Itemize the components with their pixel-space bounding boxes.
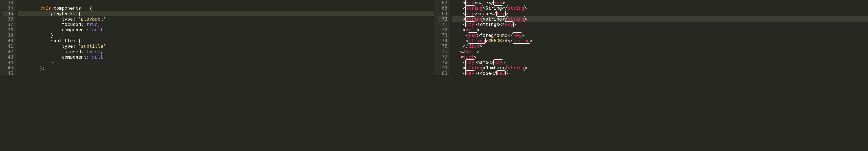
code-line[interactable]: <string>#E6DB74</string> — [452, 38, 868, 43]
line-number[interactable]: 79 — [438, 65, 447, 71]
xml-bracket: > — [477, 33, 480, 38]
code-line[interactable]: <dict> — [452, 54, 868, 60]
token: false — [87, 49, 100, 54]
token: : — [73, 16, 76, 22]
code-line[interactable]: <string>string</string> — [452, 16, 868, 22]
xml-tag: string — [468, 38, 486, 44]
xml-text: scope — [477, 11, 491, 16]
line-number[interactable]: 39 — [3, 33, 13, 38]
xml-text: foreground — [480, 33, 507, 38]
code-line[interactable]: <key>scope</key> — [452, 71, 868, 76]
code-line[interactable]: subtitle: { — [18, 38, 434, 43]
xml-tag: string — [513, 38, 530, 44]
line-number[interactable]: 80 — [438, 71, 447, 76]
code-line[interactable]: this.components = { — [18, 5, 434, 11]
line-number[interactable]: 70 — [438, 16, 447, 22]
code-line[interactable]: <key>name</key> — [452, 60, 868, 65]
right-gutter[interactable]: 6768697071727374757677787980 — [434, 0, 450, 76]
token: } — [51, 60, 54, 65]
line-number[interactable]: 78 — [438, 60, 447, 65]
line-number[interactable]: 73 — [438, 33, 447, 38]
line-number[interactable]: 67 — [438, 0, 447, 5]
xml-bracket: > — [476, 27, 479, 33]
code-line[interactable]: focused: true, — [18, 22, 434, 27]
code-line[interactable]: <key>name</key> — [452, 0, 868, 5]
line-number[interactable]: 44 — [3, 60, 13, 65]
xml-bracket: > — [486, 38, 488, 43]
code-line[interactable]: </dict> — [452, 49, 868, 54]
xml-tag: key — [496, 10, 506, 17]
line-number[interactable]: 43 — [3, 54, 13, 60]
code-line[interactable]: component: null — [18, 54, 434, 60]
xml-tag: string — [507, 5, 525, 11]
line-number[interactable]: 46 — [3, 71, 13, 76]
line-number[interactable]: 35 — [3, 11, 13, 16]
xml-bracket: > — [474, 0, 477, 5]
code-line[interactable]: } — [18, 60, 434, 65]
xml-bracket: > — [530, 38, 533, 43]
xml-tag: dict — [463, 54, 474, 60]
line-number[interactable]: 69 — [438, 11, 447, 16]
code-line[interactable]: playback: { — [18, 11, 434, 16]
line-number[interactable]: 77 — [438, 54, 447, 60]
xml-bracket: > — [483, 16, 486, 22]
line-number[interactable]: 45 — [3, 65, 13, 71]
token: , — [97, 22, 100, 27]
line-number[interactable]: 42 — [3, 49, 13, 54]
line-number[interactable]: 36 — [3, 16, 13, 22]
xml-tag: key — [493, 0, 503, 6]
xml-bracket: > — [514, 22, 516, 27]
code-line[interactable]: <key>settings</key> — [452, 22, 868, 27]
token — [75, 16, 78, 22]
code-line[interactable]: focused: false, — [18, 49, 434, 54]
xml-bracket: </ — [491, 71, 496, 76]
token: focused — [62, 22, 81, 27]
line-number[interactable]: 37 — [3, 22, 13, 27]
token: = — [84, 5, 87, 11]
token: , — [106, 43, 108, 49]
code-line[interactable] — [18, 0, 434, 5]
line-number[interactable]: 71 — [438, 22, 447, 27]
code-line[interactable]: <key>scope</key> — [452, 11, 868, 16]
line-number[interactable]: 68 — [438, 5, 447, 11]
left-code[interactable]: this.components = {playback: {type: 'pla… — [16, 0, 434, 76]
code-line[interactable]: <string>Number</string> — [452, 65, 868, 71]
xml-bracket: > — [525, 5, 527, 11]
line-number[interactable]: 41 — [3, 43, 13, 49]
line-number[interactable]: 40 — [3, 38, 13, 43]
xml-text: settings — [477, 22, 499, 27]
code-line[interactable]: <dict> — [452, 27, 868, 33]
code-line[interactable] — [18, 71, 434, 76]
line-number[interactable]: 34 — [3, 5, 13, 11]
xml-bracket: > — [525, 16, 527, 22]
code-line[interactable]: type: 'subtitle', — [18, 43, 434, 49]
left-gutter[interactable]: 333435363738394041424344454647 — [0, 0, 16, 76]
xml-tag: key — [465, 22, 475, 27]
code-line[interactable]: }; — [18, 65, 434, 71]
code-line[interactable]: type: 'playback', — [18, 16, 434, 22]
xml-bracket: > — [505, 11, 508, 16]
token: true — [87, 22, 98, 27]
line-number[interactable]: 76 — [438, 49, 447, 54]
token — [81, 5, 84, 11]
xml-bracket: > — [474, 60, 477, 65]
xml-bracket: </ — [502, 5, 507, 11]
line-number[interactable]: 72 — [438, 27, 447, 33]
line-number[interactable]: 38 — [3, 27, 13, 33]
xml-tag: dict — [466, 49, 477, 54]
xml-bracket: </ — [491, 11, 496, 16]
token: component — [62, 27, 87, 33]
token: : — [81, 22, 84, 27]
line-number[interactable]: 33 — [3, 0, 13, 5]
token: : — [73, 38, 76, 43]
code-line[interactable]: <string>String</string> — [452, 5, 868, 11]
token: }; — [40, 65, 45, 71]
right-code[interactable]: <key>name</key><string>String</string><k… — [450, 0, 868, 76]
code-line[interactable]: }, — [18, 33, 434, 38]
code-line[interactable]: component: null — [18, 27, 434, 33]
code-line[interactable]: </dict> — [452, 43, 868, 49]
xml-tag: key — [465, 0, 475, 6]
code-line[interactable]: <key>foreground</key> — [452, 33, 868, 38]
line-number[interactable]: 74 — [438, 38, 447, 43]
line-number[interactable]: 75 — [438, 43, 447, 49]
